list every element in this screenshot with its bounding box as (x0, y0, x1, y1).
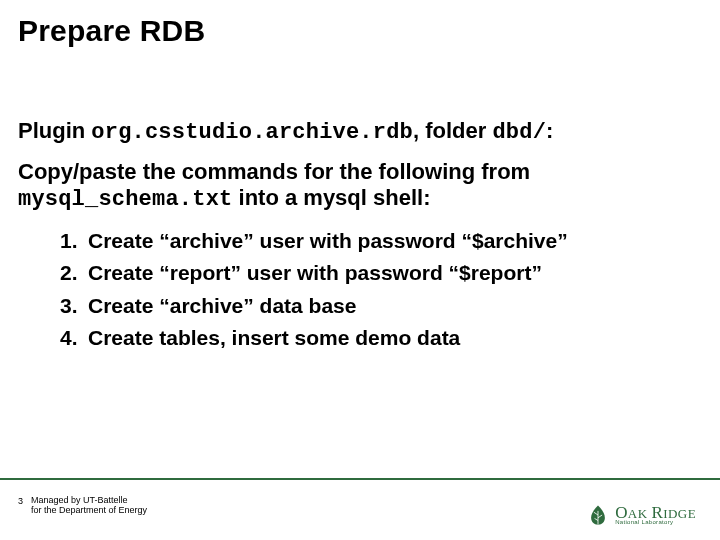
footer: 3 Managed by UT-Battelle for the Departm… (18, 496, 147, 516)
list-item: Create “archive” data base (66, 291, 680, 320)
leaf-icon (587, 504, 609, 526)
copy-suffix: into a mysql shell: (232, 185, 430, 210)
copy-paragraph: Copy/paste the commands for the followin… (18, 159, 680, 212)
list-item: Create tables, insert some demo data (66, 323, 680, 352)
logo-bottom-line: National Laboratory (615, 520, 696, 525)
plugin-prefix: Plugin (18, 118, 91, 143)
copy-prefix: Copy/paste the commands for the followin… (18, 159, 530, 184)
logo-top-line: OAK RIDGE (615, 505, 696, 521)
list-item: Create “archive” user with password “$ar… (66, 226, 680, 255)
copy-file: mysql_schema.txt (18, 187, 232, 212)
plugin-code: org.csstudio.archive.rdb (91, 120, 413, 145)
plugin-after: , folder (413, 118, 492, 143)
plugin-paragraph: Plugin org.csstudio.archive.rdb, folder … (18, 118, 680, 145)
logo-text: OAK RIDGE National Laboratory (615, 505, 696, 526)
footer-text: Managed by UT-Battelle for the Departmen… (31, 496, 147, 516)
divider (0, 478, 720, 480)
steps-list: Create “archive” user with password “$ar… (66, 226, 680, 353)
slide: Prepare RDB Plugin org.csstudio.archive.… (0, 0, 720, 540)
footer-line2: for the Department of Energy (31, 506, 147, 516)
plugin-folder: dbd/ (492, 120, 546, 145)
oak-ridge-logo: OAK RIDGE National Laboratory (587, 504, 696, 526)
body-content: Plugin org.csstudio.archive.rdb, folder … (18, 118, 680, 355)
page-title: Prepare RDB (18, 14, 205, 48)
plugin-suffix: : (546, 118, 553, 143)
list-item: Create “report” user with password “$rep… (66, 258, 680, 287)
page-number: 3 (18, 496, 23, 507)
